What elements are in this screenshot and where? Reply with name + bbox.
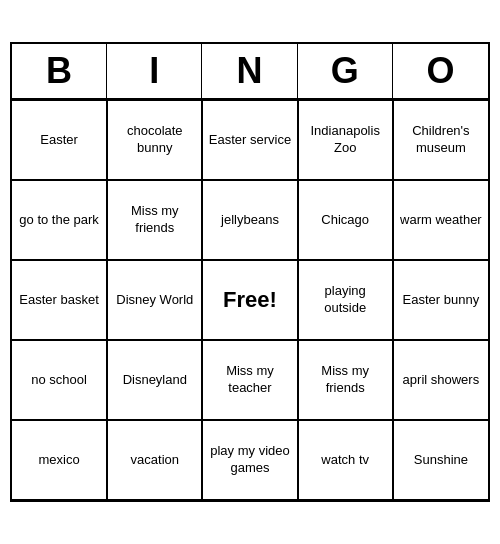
- bingo-cell-16: Disneyland: [107, 340, 202, 420]
- bingo-cell-18: Miss my friends: [298, 340, 393, 420]
- bingo-cell-19: april showers: [393, 340, 488, 420]
- bingo-grid: Easterchocolate bunnyEaster serviceIndia…: [12, 100, 488, 500]
- bingo-cell-22: play my video games: [202, 420, 297, 500]
- bingo-cell-13: playing outside: [298, 260, 393, 340]
- bingo-cell-5: go to the park: [12, 180, 107, 260]
- bingo-cell-10: Easter basket: [12, 260, 107, 340]
- bingo-cell-6: Miss my friends: [107, 180, 202, 260]
- header-b: B: [12, 44, 107, 98]
- bingo-cell-0: Easter: [12, 100, 107, 180]
- bingo-cell-12: Free!: [202, 260, 297, 340]
- bingo-cell-8: Chicago: [298, 180, 393, 260]
- bingo-cell-24: Sunshine: [393, 420, 488, 500]
- bingo-cell-4: Children's museum: [393, 100, 488, 180]
- bingo-cell-1: chocolate bunny: [107, 100, 202, 180]
- bingo-header: B I N G O: [12, 44, 488, 100]
- header-g: G: [298, 44, 393, 98]
- header-n: N: [202, 44, 297, 98]
- header-i: I: [107, 44, 202, 98]
- bingo-cell-21: vacation: [107, 420, 202, 500]
- bingo-cell-3: Indianapolis Zoo: [298, 100, 393, 180]
- bingo-cell-23: watch tv: [298, 420, 393, 500]
- bingo-cell-17: Miss my teacher: [202, 340, 297, 420]
- bingo-cell-7: jellybeans: [202, 180, 297, 260]
- bingo-cell-11: Disney World: [107, 260, 202, 340]
- bingo-card: B I N G O Easterchocolate bunnyEaster se…: [10, 42, 490, 502]
- header-o: O: [393, 44, 488, 98]
- bingo-cell-14: Easter bunny: [393, 260, 488, 340]
- bingo-cell-15: no school: [12, 340, 107, 420]
- bingo-cell-20: mexico: [12, 420, 107, 500]
- bingo-cell-9: warm weather: [393, 180, 488, 260]
- bingo-cell-2: Easter service: [202, 100, 297, 180]
